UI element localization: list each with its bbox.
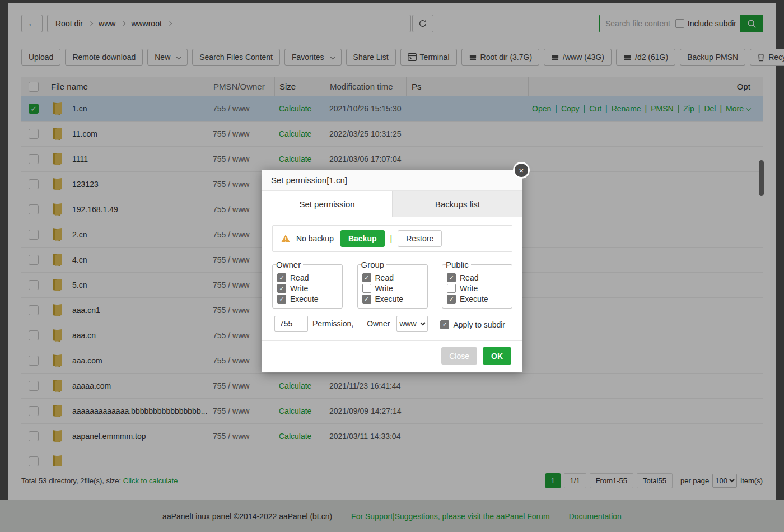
modal-tabs: Set permission Backups list [262, 191, 522, 217]
group-write-option[interactable]: Write [362, 284, 423, 293]
group-execute-checkbox[interactable] [362, 295, 371, 304]
group-group: Group Read Write Execute [357, 260, 428, 309]
public-group: Public Read Write Execute [442, 260, 512, 309]
owner-write-checkbox[interactable] [277, 284, 286, 293]
tab-backups-list[interactable]: Backups list [392, 191, 522, 217]
permission-input[interactable] [274, 316, 308, 332]
public-execute-option[interactable]: Execute [447, 295, 507, 304]
set-permission-modal: Set permission[1.cn] Set permission Back… [262, 170, 522, 372]
apply-to-subdir-checkbox[interactable] [440, 320, 449, 329]
public-execute-checkbox[interactable] [447, 295, 456, 304]
permission-row: Permission, Owner www Apply to subdir [274, 316, 512, 332]
owner-label: Owner [367, 319, 390, 328]
modal-title: Set permission[1.cn] [262, 170, 522, 191]
backup-status-text: No backup [296, 234, 334, 243]
backup-status-box: No backup Backup | Restore [272, 225, 512, 252]
group-execute-option[interactable]: Execute [362, 295, 423, 304]
close-button[interactable]: Close [441, 347, 477, 365]
ok-button[interactable]: OK [483, 347, 511, 365]
warning-icon [281, 234, 291, 243]
permission-groups: Owner Read Write Execute Group Read Writ… [272, 260, 512, 309]
permission-label: Permission, [312, 319, 353, 328]
close-icon[interactable] [513, 162, 530, 179]
owner-group: Owner Read Write Execute [272, 260, 343, 309]
restore-button[interactable]: Restore [398, 230, 442, 247]
public-read-checkbox[interactable] [447, 273, 456, 282]
modal-footer: Close OK [262, 340, 522, 372]
public-write-checkbox[interactable] [447, 284, 456, 293]
owner-execute-checkbox[interactable] [277, 295, 286, 304]
apply-to-subdir-option[interactable]: Apply to subdir [440, 320, 505, 329]
owner-read-option[interactable]: Read [277, 273, 338, 282]
group-read-checkbox[interactable] [362, 273, 371, 282]
group-write-checkbox[interactable] [362, 284, 371, 293]
tab-set-permission[interactable]: Set permission [262, 191, 392, 217]
owner-read-checkbox[interactable] [277, 273, 286, 282]
modal-body: No backup Backup | Restore Owner Read Wr… [262, 217, 522, 340]
group-read-option[interactable]: Read [362, 273, 423, 282]
backup-button[interactable]: Backup [340, 230, 385, 247]
separator: | [390, 234, 393, 243]
owner-write-option[interactable]: Write [277, 284, 338, 293]
owner-select[interactable]: www [396, 316, 428, 332]
file-manager-page: ← Root dir www wwwroot Include subdir [0, 0, 784, 532]
public-write-option[interactable]: Write [447, 284, 507, 293]
public-read-option[interactable]: Read [447, 273, 507, 282]
owner-execute-option[interactable]: Execute [277, 295, 338, 304]
